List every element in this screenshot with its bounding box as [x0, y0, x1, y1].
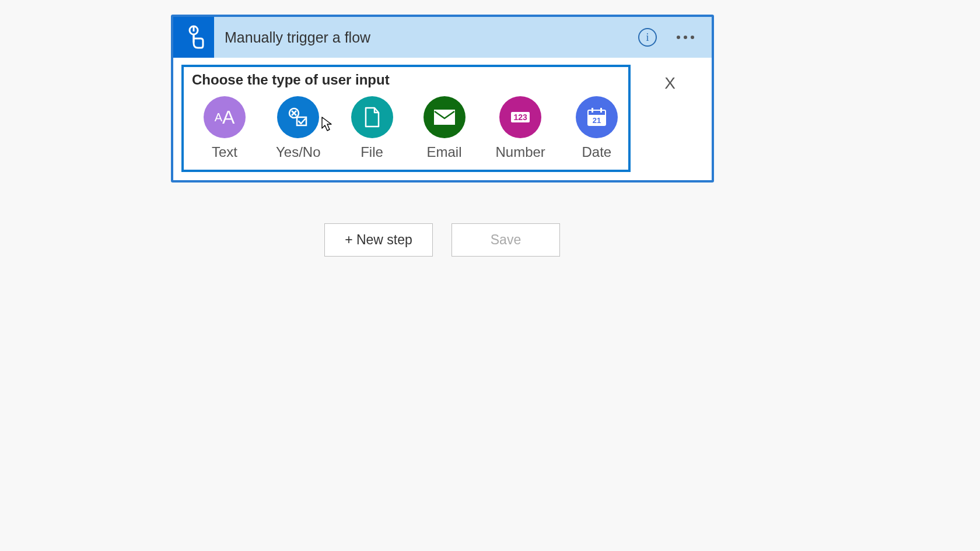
close-button[interactable]: X	[664, 74, 676, 93]
input-type-heading: Choose the type of user input	[192, 72, 620, 88]
svg-rect-12	[600, 108, 602, 113]
svg-rect-9	[588, 110, 606, 115]
input-type-options: AA Text Yes/No	[192, 96, 620, 160]
email-icon	[424, 96, 466, 138]
option-label: File	[360, 144, 383, 160]
input-option-number[interactable]: 123 Number	[496, 96, 545, 160]
card-title: Manually trigger a flow	[214, 29, 638, 46]
svg-text:21: 21	[593, 116, 601, 125]
input-type-selector: Choose the type of user input AA Text	[181, 65, 631, 172]
trigger-icon	[173, 17, 214, 58]
option-label: Yes/No	[276, 144, 321, 160]
header-actions: i	[638, 28, 712, 47]
info-icon[interactable]: i	[638, 28, 657, 47]
svg-rect-11	[592, 108, 593, 113]
svg-rect-1	[193, 26, 195, 31]
date-icon: 21	[576, 96, 618, 138]
save-button[interactable]: Save	[452, 223, 560, 257]
option-label: Date	[582, 144, 612, 160]
input-option-email[interactable]: Email	[424, 96, 466, 160]
input-option-file[interactable]: File	[351, 96, 393, 160]
number-icon: 123	[499, 96, 541, 138]
card-body: X Choose the type of user input AA Text	[173, 58, 712, 180]
trigger-card: Manually trigger a flow i X Choose the t…	[171, 15, 714, 183]
yesno-icon	[277, 96, 319, 138]
option-label: Number	[496, 144, 545, 160]
new-step-button[interactable]: + New step	[324, 223, 433, 257]
input-option-yesno[interactable]: Yes/No	[276, 96, 321, 160]
text-icon: AA	[204, 96, 246, 138]
option-label: Text	[212, 144, 237, 160]
more-menu-icon[interactable]	[673, 32, 698, 43]
input-option-text[interactable]: AA Text	[204, 96, 246, 160]
file-icon	[351, 96, 393, 138]
flow-actions: + New step Save	[324, 223, 560, 257]
svg-rect-7	[435, 110, 454, 124]
input-option-date[interactable]: 21 Date	[576, 96, 618, 160]
option-label: Email	[426, 144, 461, 160]
card-header: Manually trigger a flow i	[173, 17, 712, 58]
